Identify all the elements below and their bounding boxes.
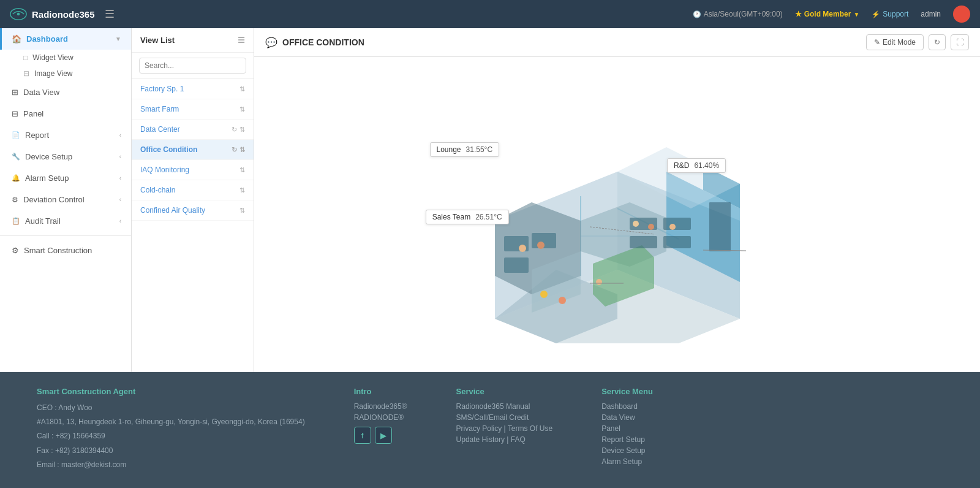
- svg-point-1: [17, 13, 20, 16]
- office-floor-plan: Lounge 31.55°C R&D 61.40% Sales Team 26.…: [409, 86, 826, 343]
- support-link[interactable]: Support: [872, 10, 908, 18]
- sidebar-item-widget-view[interactable]: □ Widget View: [0, 50, 131, 66]
- footer-link[interactable]: SMS/Call/Email Credit: [456, 413, 553, 422]
- content-title: 💬 OFFICE CONDITION: [265, 37, 364, 48]
- item-label: Smart Farm: [140, 105, 179, 113]
- item-label: Office Condition: [140, 145, 197, 154]
- chevron-left-icon: ‹: [119, 132, 121, 139]
- footer-social: f ▶: [354, 427, 407, 444]
- search-input[interactable]: [139, 58, 246, 74]
- footer-service-links: Radionode365 Manual SMS/Call/Email Credi…: [456, 402, 553, 444]
- footer-link[interactable]: RADIONODE®: [354, 413, 407, 422]
- audit-icon: 📋: [12, 217, 20, 225]
- wrench-icon: 🔧: [12, 153, 20, 161]
- footer-link[interactable]: Radionode365 Manual: [456, 402, 553, 411]
- footer-link[interactable]: Privacy Policy | Terms Of Use: [456, 424, 553, 433]
- hamburger-icon[interactable]: ☰: [105, 7, 115, 21]
- sales-room-name: Sales Team: [432, 213, 470, 221]
- footer-service: Service Radionode365 Manual SMS/Call/Ema…: [456, 387, 553, 473]
- avatar[interactable]: [953, 6, 970, 23]
- chat-icon: 💬: [265, 37, 277, 48]
- footer-company: Smart Construction Agent CEO : Andy Woo …: [37, 387, 305, 473]
- sidebar-item-deviation-control[interactable]: ⚙ Deviation Control ‹: [0, 189, 131, 210]
- rnd-room-name: R&D: [674, 161, 689, 170]
- list-item[interactable]: Data Center ↻⇅: [132, 120, 254, 140]
- chevron-left-icon: ‹: [119, 196, 121, 203]
- footer-link[interactable]: Device Setup: [601, 446, 653, 455]
- item-icons: ⇅: [239, 85, 245, 93]
- footer-link[interactable]: Report Setup: [601, 435, 653, 444]
- main-layout: 🏠 Dashboard ▼ □ Widget View ⊟ Image View…: [0, 28, 980, 372]
- list-item-active[interactable]: Office Condition ↻⇅: [132, 140, 254, 160]
- lounge-value: 31.55°C: [466, 145, 493, 154]
- item-icons: ⇅: [239, 207, 245, 215]
- sidebar-label-widget-view: Widget View: [32, 53, 73, 62]
- list-item[interactable]: Confined Air Quality ⇅: [132, 200, 254, 221]
- sidebar-item-report[interactable]: 📄 Report ‹: [0, 124, 131, 146]
- list-item[interactable]: Smart Farm ⇅: [132, 99, 254, 120]
- view-list-panel: View List ☰ Factory Sp. 1 ⇅ Smart Farm ⇅…: [132, 28, 254, 372]
- svg-point-26: [648, 224, 654, 230]
- item-label: Confined Air Quality: [140, 206, 205, 215]
- footer-service-menu-title: Service Menu: [601, 387, 653, 396]
- footer-link[interactable]: Dashboard: [601, 402, 653, 411]
- rnd-label: R&D 61.40%: [667, 158, 726, 173]
- item-label: IAQ Monitoring: [140, 166, 189, 174]
- home-icon: 🏠: [12, 34, 21, 44]
- svg-rect-17: [504, 257, 529, 273]
- sidebar-label-deviation-control: Deviation Control: [23, 195, 85, 204]
- facebook-icon[interactable]: f: [354, 427, 371, 444]
- rnd-value: 61.40%: [694, 161, 719, 170]
- grid-icon: ⊞: [12, 88, 18, 97]
- sidebar-label-audit-trail: Audit Trail: [25, 216, 61, 226]
- twitter-icon[interactable]: ▶: [375, 427, 392, 444]
- sidebar-item-data-view[interactable]: ⊞ Data View: [0, 82, 131, 103]
- sidebar-item-panel[interactable]: ⊟ Panel: [0, 103, 131, 124]
- membership-badge[interactable]: Gold Member ▼: [795, 10, 860, 18]
- support-text: Support: [883, 10, 908, 18]
- sidebar-item-dashboard[interactable]: 🏠 Dashboard ▼: [0, 28, 131, 50]
- sales-value: 26.51°C: [475, 213, 502, 221]
- sidebar-item-device-setup[interactable]: 🔧 Device Setup ‹: [0, 146, 131, 167]
- footer-link[interactable]: Panel: [601, 424, 653, 433]
- edit-mode-button[interactable]: ✎ Edit Mode: [866, 34, 924, 50]
- svg-rect-22: [709, 202, 731, 251]
- footer-company-title: Smart Construction Agent: [37, 387, 305, 396]
- sidebar-label-data-view: Data View: [23, 88, 59, 97]
- sidebar-label-image-view: Image View: [34, 69, 72, 78]
- edit-icon: ✎: [874, 38, 880, 47]
- sidebar-divider: [0, 235, 131, 236]
- footer-link[interactable]: Radionode365®: [354, 402, 407, 411]
- sidebar-item-smart-construction[interactable]: ⚙ Smart Construction: [0, 240, 131, 261]
- footer-intro-title: Intro: [354, 387, 407, 396]
- footer-service-menu-links: Dashboard Data View Panel Report Setup D…: [601, 402, 653, 466]
- svg-rect-19: [630, 236, 657, 248]
- widget-icon: □: [23, 53, 28, 62]
- footer-call: Call : +82) 15664359: [37, 430, 305, 442]
- sidebar-label-smart-construction: Smart Construction: [24, 246, 92, 255]
- content-header: 💬 OFFICE CONDITION ✎ Edit Mode ↻ ⛶: [254, 28, 980, 57]
- list-item[interactable]: IAQ Monitoring ⇅: [132, 160, 254, 180]
- footer-link[interactable]: Alarm Setup: [601, 457, 653, 466]
- expand-button[interactable]: ⛶: [951, 34, 969, 50]
- hard-hat-icon: ⚙: [12, 246, 19, 255]
- menu-icon[interactable]: ☰: [238, 36, 245, 45]
- file-icon: 📄: [12, 131, 20, 139]
- item-label: Cold-chain: [140, 186, 175, 194]
- footer-link[interactable]: Update History | FAQ: [456, 435, 553, 444]
- item-icons: ↻⇅: [232, 146, 245, 154]
- membership-text: Gold Member: [804, 10, 851, 18]
- svg-rect-21: [663, 236, 691, 248]
- list-item[interactable]: Factory Sp. 1 ⇅: [132, 79, 254, 99]
- svg-point-25: [633, 221, 639, 227]
- sidebar-label-alarm-setup: Alarm Setup: [25, 173, 69, 183]
- list-item[interactable]: Cold-chain ⇅: [132, 180, 254, 200]
- sidebar-item-alarm-setup[interactable]: 🔔 Alarm Setup ‹: [0, 167, 131, 189]
- sidebar-item-audit-trail[interactable]: 📋 Audit Trail ‹: [0, 210, 131, 232]
- edit-mode-label: Edit Mode: [883, 38, 916, 47]
- logo[interactable]: Radionode365: [10, 8, 95, 20]
- refresh-button[interactable]: ↻: [929, 34, 946, 50]
- footer-link[interactable]: Data View: [601, 413, 653, 422]
- sidebar-item-image-view[interactable]: ⊟ Image View: [0, 66, 131, 82]
- image-icon: ⊟: [23, 69, 29, 78]
